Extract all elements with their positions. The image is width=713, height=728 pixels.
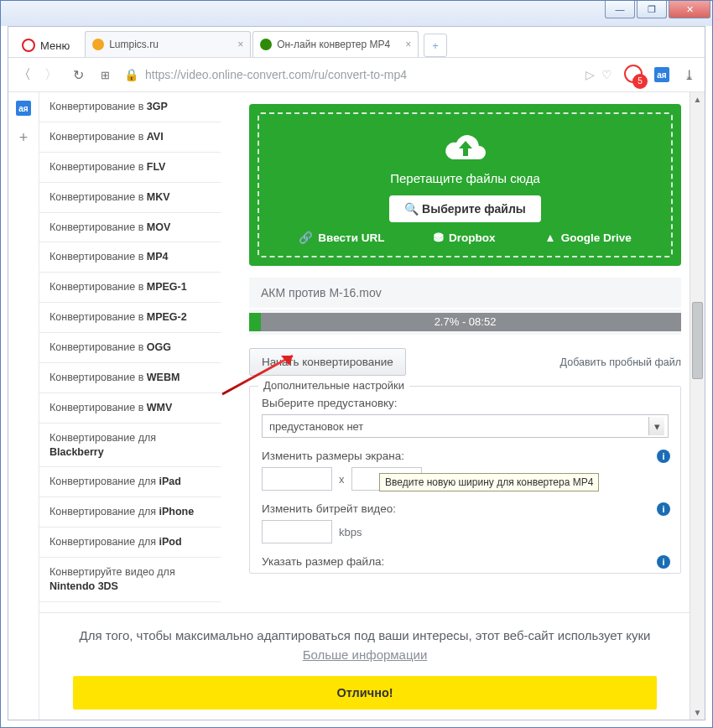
scroll-up-icon[interactable]: ▲: [690, 92, 705, 107]
url-text: https://video.online-convert.com/ru/conv…: [145, 68, 407, 81]
format-list-item[interactable]: Конвертирование в WEBM: [39, 363, 221, 393]
lock-icon: 🔒: [124, 68, 138, 81]
cookie-accept-button[interactable]: Отлично!: [73, 676, 657, 710]
chevron-down-icon: ▾: [648, 417, 664, 435]
width-input[interactable]: [262, 467, 332, 491]
format-list-item[interactable]: Конвертирование в MKV: [39, 183, 221, 213]
tab-converter[interactable]: Он-лайн конвертер MP4 ×: [252, 31, 419, 57]
browser-chrome: Меню Lumpics.ru × Он-лайн конвертер MP4 …: [8, 26, 705, 720]
kbps-label: kbps: [339, 526, 362, 538]
share-icon[interactable]: ▷: [585, 68, 595, 81]
format-list-item[interactable]: Конвертирование в MPEG-1: [39, 273, 221, 303]
preset-value: предустановок нет: [269, 420, 363, 433]
uploaded-file-name: АКМ против М-16.mov: [249, 278, 681, 308]
content-wrap: aя + Конвертирование в 3GPКонвертировани…: [8, 92, 705, 720]
cookie-text: Для того, чтобы максимально адаптировать…: [73, 627, 657, 664]
gdrive-link[interactable]: ▲Google Drive: [544, 231, 631, 244]
titlebar: ― ❐ ✕: [1, 1, 712, 26]
x-label: x: [339, 473, 345, 486]
progress-text: 2.7% - 08:52: [249, 313, 681, 331]
cookie-banner: Для того, чтобы максимально адаптировать…: [39, 612, 690, 720]
format-list-item[interactable]: Конвертирование для iPhone: [39, 497, 221, 528]
format-list-item[interactable]: Конвертирование в MPEG-2: [39, 303, 221, 333]
link-icon: 🔗: [299, 231, 313, 244]
window-frame: ― ❐ ✕ Меню Lumpics.ru × Он-лайн конверте…: [0, 0, 713, 728]
add-sample-link[interactable]: Добавить пробный файл: [560, 356, 681, 368]
format-list-item[interactable]: Конвертирование в OGG: [39, 333, 221, 363]
bitrate-label: Изменить битрейт видео:: [262, 502, 669, 515]
window-maximize-button[interactable]: ❐: [637, 1, 667, 18]
new-tab-button[interactable]: +: [424, 34, 447, 57]
cookie-more-link[interactable]: Больше информации: [303, 647, 428, 662]
adblock-button[interactable]: 5: [624, 65, 643, 86]
address-bar-row: 〈 〉 ↻ ⊞ 🔒 https://video.online-convert.c…: [8, 58, 705, 92]
bookmark-icon[interactable]: ♡: [601, 68, 612, 81]
width-tooltip: Введите новую ширину для конвертера MP4: [379, 473, 599, 491]
favicon-icon: [260, 39, 272, 50]
opera-menu-button[interactable]: Меню: [13, 34, 78, 57]
settings-panel: Дополнительные настройки Выберите предус…: [249, 386, 681, 574]
format-list-item[interactable]: Конвертирование для iPad: [39, 467, 221, 497]
scroll-thumb[interactable]: [692, 302, 703, 379]
resize-label: Изменить размеры экрана:: [262, 450, 669, 462]
cloud-upload-icon: [442, 131, 489, 164]
gdrive-icon: ▲: [544, 231, 555, 244]
tab-lumpics[interactable]: Lumpics.ru ×: [85, 31, 251, 57]
window-minimize-button[interactable]: ―: [605, 1, 635, 18]
scroll-down-icon[interactable]: ▼: [690, 705, 705, 720]
downloads-button[interactable]: ⤓: [681, 67, 696, 83]
preset-select[interactable]: предустановок нет ▾: [262, 414, 669, 438]
start-convert-button[interactable]: Начать конвертирование: [249, 348, 406, 376]
settings-legend: Дополнительные настройки: [258, 379, 409, 392]
format-list-item[interactable]: Конвертирование в WMV: [39, 393, 221, 424]
page-viewport: Конвертирование в 3GPКонвертирование в A…: [39, 92, 705, 720]
select-files-button[interactable]: 🔍 Выберите файлы: [389, 195, 541, 222]
drop-zone[interactable]: Перетащите файлы сюда 🔍 Выберите файлы 🔗…: [249, 104, 681, 266]
format-list-item[interactable]: Конвертирование в MOV: [39, 213, 221, 243]
dropzone-title: Перетащите файлы сюда: [268, 171, 663, 185]
enter-url-link[interactable]: 🔗Ввести URL: [299, 231, 384, 244]
window-close-button[interactable]: ✕: [669, 1, 710, 18]
translate-rail-icon[interactable]: aя: [16, 101, 31, 116]
add-panel-button[interactable]: +: [19, 129, 29, 147]
tab-strip: Меню Lumpics.ru × Он-лайн конвертер MP4 …: [8, 27, 705, 58]
format-list-item[interactable]: Конвертирование в MP4: [39, 242, 221, 273]
info-icon[interactable]: i: [657, 502, 670, 516]
close-tab-icon[interactable]: ×: [237, 39, 243, 50]
forward-button: 〉: [44, 66, 59, 84]
sidebar-rail: aя +: [8, 92, 39, 720]
close-tab-icon[interactable]: ×: [405, 39, 411, 50]
format-list-item[interactable]: Конвертирование для Blackberry: [39, 424, 221, 468]
dropbox-link[interactable]: ⛃Dropbox: [434, 231, 496, 244]
vertical-scrollbar[interactable]: ▲ ▼: [690, 92, 705, 720]
ad-count-badge: 5: [632, 74, 648, 89]
format-list-item[interactable]: Конвертирование в AVI: [39, 122, 221, 153]
reload-button[interactable]: ↻: [70, 67, 86, 83]
speed-dial-button[interactable]: ⊞: [97, 69, 112, 81]
menu-label: Меню: [40, 39, 70, 52]
filesize-label: Указать размер файла:: [262, 555, 669, 568]
favicon-icon: [92, 39, 104, 50]
opera-logo-icon: [22, 39, 35, 52]
upload-progress: 2.7% - 08:52: [249, 309, 681, 335]
dropbox-icon: ⛃: [434, 231, 444, 244]
tab-title: Lumpics.ru: [109, 39, 232, 50]
info-icon[interactable]: i: [657, 555, 670, 569]
format-list-item[interactable]: Конвертируйте видео для Nintendo 3DS: [39, 558, 221, 602]
preset-label: Выберите предустановку:: [262, 397, 669, 409]
format-list-item[interactable]: Конвертирование для iPod: [39, 528, 221, 558]
url-field[interactable]: 🔒 https://video.online-convert.com/ru/co…: [124, 68, 612, 81]
translate-icon[interactable]: aя: [654, 67, 669, 82]
info-icon[interactable]: i: [657, 450, 670, 463]
format-list-item[interactable]: Конвертирование в FLV: [39, 153, 221, 183]
format-list-item[interactable]: Конвертирование в 3GP: [39, 92, 221, 122]
tab-title: Он-лайн конвертер MP4: [277, 39, 400, 50]
search-icon: 🔍: [404, 202, 422, 216]
bitrate-input[interactable]: [262, 520, 332, 543]
back-button[interactable]: 〈: [17, 66, 32, 84]
